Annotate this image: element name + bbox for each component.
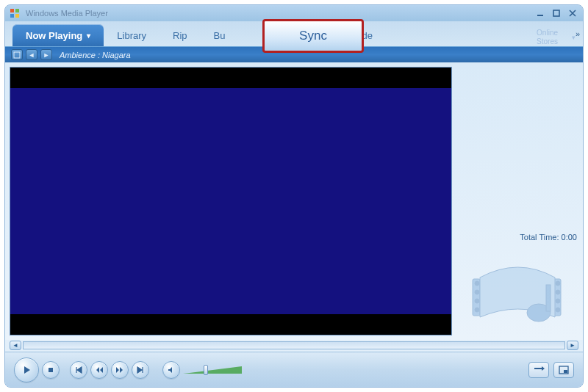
svg-point-10 xyxy=(475,290,479,294)
wmp-logo-icon xyxy=(10,7,21,19)
maximize-button[interactable] xyxy=(551,9,562,18)
video-letterbox-bottom xyxy=(10,314,451,335)
svg-rect-19 xyxy=(49,368,53,372)
volume-track-icon xyxy=(183,366,242,374)
volume-thumb[interactable] xyxy=(204,365,208,375)
svg-rect-21 xyxy=(564,370,567,373)
scroll-right-button[interactable]: ► xyxy=(567,341,578,350)
video-visualization[interactable] xyxy=(10,67,452,335)
media-placeholder-art xyxy=(459,249,577,335)
tab-rip[interactable]: Rip xyxy=(159,24,201,46)
tab-burn-partial[interactable]: Bu xyxy=(201,24,239,46)
svg-rect-4 xyxy=(537,15,543,16)
svg-rect-3 xyxy=(15,14,19,18)
now-playing-track-label: Ambience : Niagara xyxy=(60,51,131,59)
subbar-view-button[interactable] xyxy=(11,49,23,60)
playlist-side-pane: Total Time: 0:00 xyxy=(456,62,583,340)
visualization-pane xyxy=(5,62,456,340)
svg-point-11 xyxy=(475,299,479,303)
mute-button[interactable] xyxy=(162,361,180,379)
video-canvas xyxy=(10,88,451,314)
tab-label: Now Playing xyxy=(26,30,82,41)
total-time-display: Total Time: 0:00 xyxy=(459,233,577,242)
subbar-next-button[interactable]: ► xyxy=(40,49,52,60)
rewind-button[interactable] xyxy=(90,361,108,379)
tab-online-stores[interactable]: Online Stores ▾ xyxy=(526,29,568,46)
svg-point-12 xyxy=(475,308,479,312)
main-tabs: Now Playing ▾ Library Rip Bu Sync uide O… xyxy=(5,21,583,46)
content-area: Total Time: 0:00 xyxy=(5,62,583,340)
close-button[interactable] xyxy=(567,9,578,18)
subbar-prev-button[interactable]: ◄ xyxy=(26,49,37,60)
tab-label: Rip xyxy=(173,30,187,41)
tab-now-playing[interactable]: Now Playing ▾ xyxy=(12,24,104,46)
play-button[interactable] xyxy=(14,357,39,382)
total-time-value: 0:00 xyxy=(562,233,577,242)
minimize-button[interactable] xyxy=(534,9,546,18)
scroll-left-button[interactable]: ◄ xyxy=(10,341,21,350)
tab-library[interactable]: Library xyxy=(104,24,159,46)
svg-rect-2 xyxy=(10,14,14,18)
stop-button[interactable] xyxy=(42,361,60,379)
scrollbar-track[interactable] xyxy=(23,341,565,349)
video-letterbox-top xyxy=(10,68,451,88)
prev-track-button[interactable] xyxy=(70,361,87,379)
total-time-label: Total Time: xyxy=(520,233,559,242)
svg-rect-0 xyxy=(10,9,14,12)
tab-label-line2: Stores xyxy=(537,37,558,46)
svg-point-9 xyxy=(475,281,479,286)
chevron-down-icon: ▾ xyxy=(87,32,90,40)
wmp-window: Windows Media Player Now Playing ▾ Libra… xyxy=(4,4,584,388)
next-track-button[interactable] xyxy=(132,361,149,379)
compact-mode-button[interactable] xyxy=(553,362,574,378)
svg-point-14 xyxy=(556,290,560,294)
svg-rect-6 xyxy=(14,52,20,58)
tab-label: Sync xyxy=(299,29,327,43)
tab-sync-highlighted[interactable]: Sync xyxy=(262,19,364,53)
tabs-overflow-icon[interactable]: » xyxy=(576,29,580,38)
forward-button[interactable] xyxy=(111,361,129,379)
player-controls xyxy=(5,352,583,387)
svg-point-13 xyxy=(556,281,560,286)
tab-label-line1: Online xyxy=(537,29,558,37)
svg-rect-5 xyxy=(553,10,559,16)
tab-label: Library xyxy=(117,30,146,41)
volume-slider[interactable] xyxy=(183,366,242,374)
svg-point-16 xyxy=(556,308,560,312)
svg-rect-18 xyxy=(546,285,551,311)
tab-label: Bu xyxy=(214,30,226,41)
horizontal-scrollbar[interactable]: ◄ ► xyxy=(10,340,578,350)
shuffle-repeat-button[interactable] xyxy=(528,362,549,378)
svg-rect-1 xyxy=(15,9,19,12)
window-title: Windows Media Player xyxy=(26,9,534,18)
svg-point-15 xyxy=(556,299,560,303)
